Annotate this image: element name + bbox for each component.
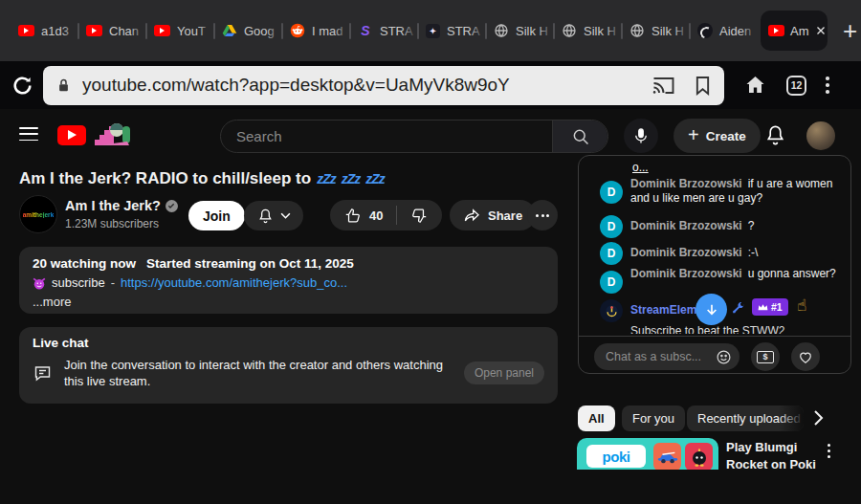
emoji-smiley-icon[interactable] [716,349,732,365]
filter-chip-all[interactable]: All [578,405,615,431]
browser-tab[interactable]: ✦ STRA [419,0,485,61]
crown-icon [758,303,768,312]
browser-tab[interactable]: YouT [147,0,213,61]
channel-avatar[interactable]: amithejerk [19,195,57,233]
youtube-event-logo [91,121,133,151]
youtube-favicon [154,25,170,36]
super-chat-button[interactable]: $ [751,342,780,371]
streamelements-avatar[interactable] [600,299,623,322]
chip-fade [779,405,804,431]
browser-tab[interactable]: S STRA [351,0,417,61]
browser-tab[interactable]: a1d3 [11,0,77,61]
chat-input-placeholder: Chat as a subsc... [606,350,716,363]
tab-label-fade [62,0,77,61]
tab-close-icon[interactable] [815,25,827,36]
channel-name-text: Am I the Jerk? [65,198,161,213]
browser-menu-icon[interactable] [826,77,829,94]
chat-text: ? [748,219,755,232]
filter-chip-recently-uploaded[interactable]: Recently uploaded [687,405,804,431]
browser-tab[interactable]: I mad [283,0,349,61]
channel-name[interactable]: Am I the Jerk? [65,198,178,213]
purple-s-favicon: S [358,23,373,38]
chat-input[interactable]: Chat as a subsc... [594,343,740,370]
tab-label-fade [741,0,757,61]
share-button[interactable]: Share [450,200,536,230]
game-tile-car [653,443,681,470]
video-title: Am I the Jerk? RADIO to chill/sleep tozZ… [19,169,385,188]
chat-user-avatar[interactable]: D [600,215,623,238]
chat-message: Dominik Brzozowski? [630,219,843,233]
chat-author[interactable]: Dominik Brzozowski [630,219,742,232]
plus-icon: + [688,125,699,144]
google-drive-favicon [222,23,237,38]
chat-bubble-icon [33,363,53,383]
chat-text: u gonna answer? [748,267,836,280]
chat-author[interactable]: Dominik Brzozowski [630,246,742,259]
browser-tab[interactable]: Silk H [623,0,689,61]
suggested-video-row[interactable]: poki Play Blumgi Rocket on Poki [577,438,861,470]
watching-count: 20 watching now [33,256,136,271]
menu-hamburger-icon[interactable] [19,127,38,141]
subscriber-count: 1.23M subscribers [65,217,159,230]
chips-scroll-right-icon[interactable] [811,409,826,427]
bookmark-icon[interactable] [695,76,711,96]
truncated-chat-message[interactable]: o... [632,161,649,174]
new-tab-button[interactable]: + [843,18,857,43]
chat-message: Dominik Brzozowskiu gonna answer? [630,267,843,281]
url-text: youtube.com/watch?app=desktop&v=UaMyVk8w… [82,75,651,96]
cast-icon[interactable] [651,75,675,96]
more-actions-button[interactable] [527,200,558,230]
chat-divider [579,336,850,337]
user-avatar[interactable] [806,121,835,150]
browser-tab[interactable]: Silk H [555,0,621,61]
browser-tab[interactable]: Chan [79,0,145,61]
filter-chip-for-you[interactable]: For you [622,405,685,431]
browser-tab[interactable]: Silk H [487,0,553,61]
video-description-box[interactable]: 20 watching now Started streaming on Oct… [19,247,558,314]
create-button[interactable]: + Create [673,119,761,153]
video-options-icon[interactable] [828,444,830,458]
subscribe-label: subscribe [52,275,105,290]
browser-tab-active[interactable]: Am [761,11,828,51]
notifications-bell-icon[interactable] [764,123,786,147]
open-panel-button[interactable]: Open panel [464,362,544,384]
devil-emoji-icon [33,276,46,290]
url-bar[interactable]: youtube.com/watch?app=desktop&v=UaMyVk8w… [43,66,724,105]
thumbs-down-icon[interactable] [410,207,429,225]
lock-icon [56,77,71,94]
search-input[interactable] [221,121,552,152]
search-button[interactable] [552,121,607,152]
voice-search-button[interactable] [624,119,658,153]
tab-label-fade [130,0,145,61]
home-icon[interactable] [743,74,767,97]
chat-message: Dominik Brzozowski:-\ [630,246,843,260]
browser-tab[interactable]: Goog [215,0,281,61]
youtube-logo-icon[interactable] [57,125,86,145]
subscribe-link[interactable]: https://youtube.com/amithejerk?sub_co... [121,275,347,290]
browser-tab[interactable]: Aiden [691,0,757,61]
scroll-to-bottom-button[interactable] [695,294,727,325]
sleep-emoji: zZz [317,171,336,186]
thumbs-up-icon[interactable] [343,207,362,225]
youtube-favicon [18,25,34,36]
reload-icon[interactable] [11,74,34,98]
live-chat-panel: o... D Dominik Brzozowskiif u are a wome… [578,155,851,374]
chat-author[interactable]: Dominik Brzozowski [630,177,742,190]
chat-user-avatar[interactable]: D [600,181,623,204]
tab-label-fade [538,0,553,61]
chevron-down-icon [280,212,291,219]
video-thumbnail[interactable]: poki [577,438,718,470]
game-tile-bomb [685,443,713,470]
game-logo-favicon [697,23,713,38]
join-button[interactable]: Join [188,201,245,230]
notification-preference-button[interactable] [244,201,303,230]
chat-user-avatar[interactable]: D [600,271,623,294]
chat-user-avatar[interactable]: D [600,242,623,265]
tab-count-button[interactable]: 12 [786,76,806,96]
chat-author[interactable]: Dominik Brzozowski [630,267,742,280]
tab-label-fade [606,0,621,61]
share-arrow-icon [463,208,481,224]
sleep-emoji: zZz [365,171,385,186]
show-more-button[interactable]: ...more [33,295,544,309]
heart-thanks-button[interactable] [791,342,820,371]
